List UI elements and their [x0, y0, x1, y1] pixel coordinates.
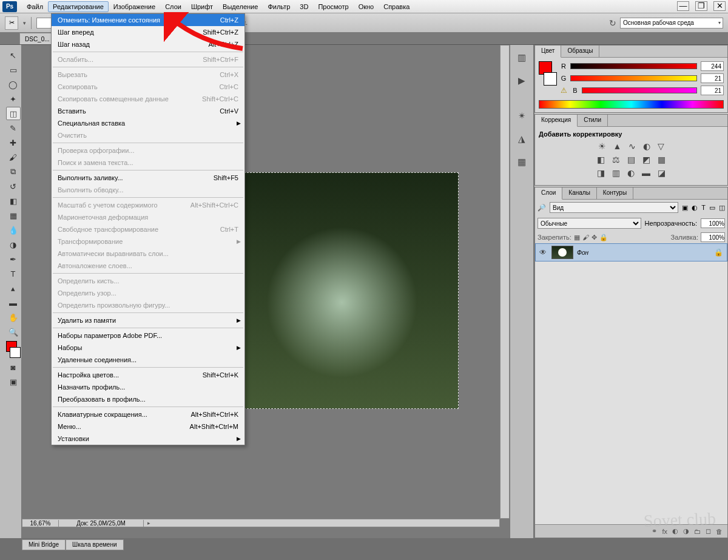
crop-handle-br[interactable] — [453, 403, 459, 409]
b-slider[interactable] — [582, 87, 697, 93]
background-swatch[interactable] — [544, 72, 557, 86]
dodge-tool-icon[interactable]: ◑ — [6, 238, 21, 251]
lasso-tool-icon[interactable]: ◯ — [6, 78, 21, 91]
menu-file[interactable]: Файл — [22, 1, 48, 12]
r-slider[interactable] — [570, 63, 697, 69]
navigator-panel-icon[interactable]: ✴ — [514, 108, 530, 124]
tab-timeline[interactable]: Шкала времени — [66, 539, 123, 550]
eraser-tool-icon[interactable]: ◧ — [6, 194, 21, 207]
tab-mini-bridge[interactable]: Mini Bridge — [22, 539, 66, 550]
menu-edit[interactable]: Редактирование — [48, 1, 109, 12]
fill-input[interactable] — [701, 232, 725, 242]
photo-filter-icon[interactable]: ◩ — [642, 155, 650, 164]
menu-item[interactable]: Удалить из памяти▶ — [52, 314, 244, 326]
threshold-icon[interactable]: ◐ — [627, 168, 635, 178]
type-tool-icon[interactable]: T — [6, 267, 21, 280]
histogram-panel-icon[interactable]: ◮ — [514, 131, 530, 147]
curves-icon[interactable]: ∿ — [629, 141, 636, 151]
layer-thumbnail[interactable] — [551, 246, 573, 259]
visibility-eye-icon[interactable]: 👁 — [539, 248, 548, 257]
color-balance-icon[interactable]: ⚖ — [612, 155, 620, 164]
menu-image[interactable]: Изображение — [109, 1, 160, 12]
posterize-icon[interactable]: ▥ — [612, 168, 620, 178]
tab-color[interactable]: Цвет — [535, 46, 561, 58]
gamut-warning-icon[interactable]: ⚠ — [561, 86, 567, 95]
menu-layers[interactable]: Слои — [160, 1, 186, 12]
actions-panel-icon[interactable]: ▶ — [514, 73, 530, 89]
selective-color-icon[interactable]: ◪ — [658, 168, 666, 178]
menu-window[interactable]: Окно — [354, 1, 379, 12]
tab-swatches[interactable]: Образцы — [561, 46, 599, 57]
r-input[interactable] — [701, 61, 724, 71]
levels-icon[interactable]: ▲ — [613, 141, 622, 151]
menu-item[interactable]: Шаг впередShift+Ctrl+Z — [52, 26, 244, 38]
filter-pixel-icon[interactable]: ▣ — [682, 204, 688, 212]
filter-adjust-icon[interactable]: ◐ — [692, 204, 698, 212]
tab-layers[interactable]: Слои — [535, 187, 562, 200]
zoom-tool-icon[interactable]: 🔍 — [6, 325, 21, 339]
filter-type-icon[interactable]: T — [701, 204, 706, 211]
crop-tool-icon[interactable]: ✂ — [5, 16, 18, 30]
tab-paths[interactable]: Контуры — [597, 187, 633, 199]
vibrance-icon[interactable]: ▽ — [658, 141, 664, 151]
hue-sat-icon[interactable]: ◧ — [597, 155, 605, 164]
menu-item[interactable]: ВставитьCtrl+V — [52, 105, 244, 117]
exposure-icon[interactable]: ◐ — [643, 141, 650, 151]
blend-mode-select[interactable]: Обычные — [538, 218, 641, 229]
color-ramp[interactable] — [539, 100, 724, 109]
crop-handle-tr[interactable] — [453, 172, 459, 178]
bw-icon[interactable]: ▤ — [627, 155, 635, 164]
menu-item[interactable]: Шаг назадAlt+Ctrl+Z — [52, 38, 244, 50]
tab-styles[interactable]: Стили — [578, 115, 608, 126]
color-swatch-fgbg[interactable] — [6, 341, 21, 358]
refresh-icon[interactable]: ↻ — [609, 18, 616, 28]
layer-name[interactable]: Фон — [577, 249, 588, 256]
window-close[interactable]: ✕ — [713, 1, 726, 11]
g-input[interactable] — [701, 73, 724, 83]
menu-item[interactable]: Выполнить заливку...Shift+F5 — [52, 172, 244, 184]
g-slider[interactable] — [570, 75, 697, 81]
menu-item[interactable]: Настройка цветов...Shift+Ctrl+K — [52, 369, 244, 381]
vertical-scrollbar[interactable] — [500, 45, 510, 519]
shape-tool-icon[interactable]: ▬ — [6, 296, 21, 309]
menu-select[interactable]: Выделение — [218, 1, 263, 12]
hand-tool-icon[interactable]: ✋ — [6, 311, 21, 324]
eyedropper-tool-icon[interactable]: ✎ — [6, 121, 21, 135]
screenmode-icon[interactable]: ▣ — [6, 375, 21, 388]
trash-icon[interactable]: 🗑 — [716, 528, 723, 535]
gradient-map-icon[interactable]: ▬ — [642, 168, 650, 178]
chevron-down-icon[interactable]: ▾ — [23, 20, 26, 26]
window-maximize[interactable]: ❐ — [695, 1, 707, 11]
background-color[interactable] — [10, 347, 21, 358]
filter-shape-icon[interactable]: ▭ — [709, 204, 715, 212]
menu-item[interactable]: Удаленные соединения... — [52, 354, 244, 366]
invert-icon[interactable]: ◨ — [597, 168, 605, 178]
brush-tool-icon[interactable]: 🖌 — [6, 150, 21, 164]
menu-item[interactable]: Наборы▶ — [52, 342, 244, 354]
crop-tool-icon[interactable]: ◫ — [6, 107, 21, 120]
color-panel-swatches[interactable] — [539, 61, 557, 86]
brightness-icon[interactable]: ☀ — [598, 141, 606, 151]
window-minimize[interactable]: — — [677, 1, 689, 11]
menu-item[interactable]: Отменить: Изменение состоянияCtrl+Z — [52, 14, 244, 26]
channel-mixer-icon[interactable]: ▦ — [658, 155, 666, 164]
tab-adjustments[interactable]: Коррекция — [535, 115, 578, 127]
layer-filter-select[interactable]: Вид — [550, 202, 678, 213]
marquee-tool-icon[interactable]: ▭ — [6, 63, 21, 76]
left-collapse-strip[interactable] — [0, 45, 5, 538]
pen-tool-icon[interactable]: ✒ — [6, 252, 21, 266]
lock-image-icon[interactable]: 🖌 — [582, 234, 589, 241]
layer-row-background[interactable]: 👁 Фон 🔒 — [535, 243, 727, 261]
doc-info-arrow-icon[interactable]: ▸ — [147, 520, 150, 526]
lock-position-icon[interactable]: ✥ — [592, 234, 597, 241]
blur-tool-icon[interactable]: 💧 — [6, 223, 21, 237]
menu-item[interactable]: Наборы параметров Adobe PDF... — [52, 329, 244, 342]
document-tab[interactable]: DSC_0... — [19, 33, 55, 44]
menu-item[interactable]: Меню...Alt+Shift+Ctrl+M — [52, 420, 244, 433]
menu-3d[interactable]: 3D — [295, 1, 313, 12]
zoom-level[interactable]: 16,67% — [22, 520, 59, 527]
path-select-icon[interactable]: ▴ — [6, 282, 21, 295]
info-panel-icon[interactable]: ▦ — [514, 154, 530, 170]
lock-all-icon[interactable]: 🔒 — [599, 234, 608, 241]
menu-item[interactable]: Преобразовать в профиль... — [52, 393, 244, 405]
